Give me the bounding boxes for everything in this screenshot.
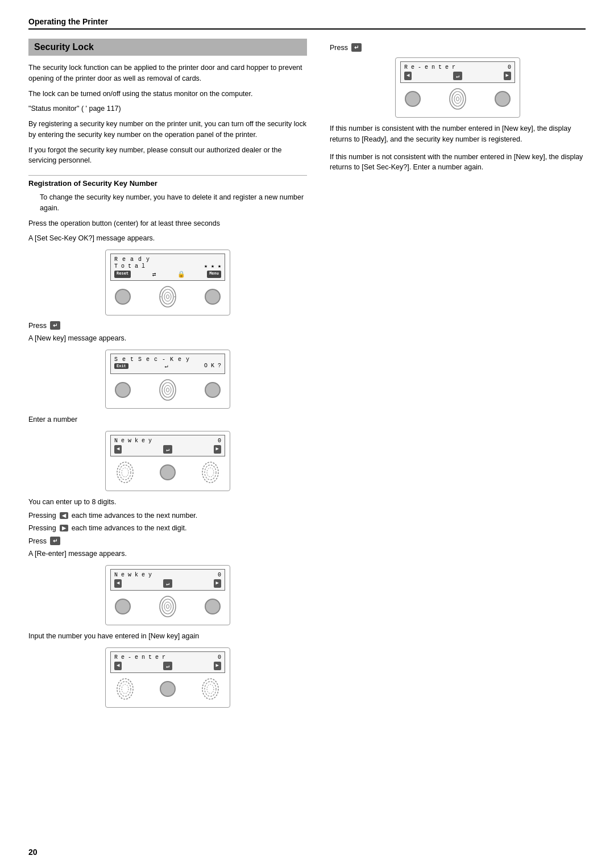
set-sec-key-line2: Exit ↵ O K ? bbox=[114, 363, 221, 369]
center-fingerprint-right bbox=[447, 86, 468, 111]
enter-number-label: Enter a number bbox=[28, 414, 307, 425]
new-key-message: A [New key] message appears. bbox=[28, 333, 307, 344]
para-5: If you forgot the security key number, p… bbox=[28, 145, 307, 167]
press-line-2: Press ↵ bbox=[28, 537, 307, 545]
pressing-label-2: Pressing bbox=[28, 524, 56, 532]
right-button bbox=[205, 289, 221, 305]
para-3: "Status monitor" ( ' page 117) bbox=[28, 103, 307, 114]
right-arrow-icon: ▶ bbox=[60, 525, 68, 531]
re-enter-display-bottom: R e - e n t e r 0 ◀ ↵ ▶ bbox=[110, 651, 225, 673]
right-btn-right bbox=[495, 91, 511, 107]
content-area: Security Lock The security lock function… bbox=[28, 39, 586, 713]
right-arrow-right: ▶ bbox=[504, 72, 511, 80]
re-enter-label-right: R e - e n t e r bbox=[404, 64, 455, 70]
new-key-panel-2: N e w k e y 0 ◀ ↵ ▶ bbox=[105, 565, 230, 625]
left-fingerprint bbox=[115, 460, 135, 485]
re-enter-display-right: R e - e n t e r 0 ◀ ↵ ▶ bbox=[400, 61, 515, 83]
left-arrow-btn-bottom: ◀ bbox=[114, 662, 122, 670]
right-fingerprint-bottom bbox=[200, 676, 221, 701]
left-column: Security Lock The security lock function… bbox=[28, 39, 324, 713]
new-key-number: 0 bbox=[218, 438, 221, 444]
set-sec-key-panel: S e t S e c - K e y Exit ↵ O K ? bbox=[105, 350, 230, 409]
svg-point-8 bbox=[164, 385, 171, 394]
right-press-label: Press bbox=[330, 44, 348, 52]
svg-point-19 bbox=[167, 605, 169, 609]
enter-icon-right: ↵ bbox=[453, 72, 462, 80]
enter-icon-4: ↵ bbox=[163, 579, 172, 588]
svg-point-21 bbox=[119, 682, 131, 696]
left-fingerprint-bottom bbox=[115, 676, 135, 701]
para-1: The security lock function can be applie… bbox=[28, 63, 307, 84]
lock-icon: 🔒 bbox=[177, 271, 185, 278]
re-enter-panel-right: R e - e n t e r 0 ◀ ↵ ▶ bbox=[395, 57, 520, 118]
top-bar: Operating the Printer bbox=[28, 17, 586, 30]
right-press-line: Press ↵ bbox=[330, 43, 586, 52]
set-sec-key-buttons bbox=[110, 377, 225, 402]
right-arrow-btn: ▶ bbox=[214, 445, 221, 454]
note-2: If this number is not consistent with th… bbox=[330, 152, 586, 173]
pressing-desc-1: each time advances to the next number. bbox=[72, 512, 198, 520]
ready-line2: T o t a l ★ ★ ★ bbox=[114, 263, 221, 269]
new-key-btn-row-2: ◀ ↵ ▶ bbox=[114, 579, 221, 588]
center-fingerprint bbox=[157, 284, 178, 309]
new-key-label-2: N e w k e y bbox=[114, 572, 152, 578]
svg-point-7 bbox=[162, 383, 173, 397]
para-4: By registering a security key number on … bbox=[28, 119, 307, 140]
left-arrow-btn: ◀ bbox=[114, 445, 122, 454]
pressing-line-2: Pressing ▶ each time advances to the nex… bbox=[28, 524, 307, 532]
right-arrow-btn-2: ▶ bbox=[214, 579, 221, 588]
page: Operating the Printer Security Lock The … bbox=[0, 0, 614, 868]
svg-point-15 bbox=[207, 468, 214, 477]
right-button-2 bbox=[205, 382, 221, 398]
page-section-title: Operating the Printer bbox=[28, 17, 108, 26]
right-button-4 bbox=[205, 599, 221, 614]
sub-para-2: Press the operation button (center) for … bbox=[28, 218, 307, 229]
exit-btn: Exit bbox=[114, 363, 128, 369]
re-enter-buttons-right bbox=[400, 86, 515, 111]
svg-point-1 bbox=[162, 289, 173, 304]
svg-point-29 bbox=[457, 97, 459, 101]
re-enter-btn-row-right: ◀ ↵ ▶ bbox=[404, 72, 511, 80]
left-button-4 bbox=[115, 599, 131, 614]
ready-buttons-row: Reset ⇄ 🔒 Menu bbox=[114, 271, 221, 278]
enter-icon-2: ↵ bbox=[50, 537, 60, 545]
para-2: The lock can be turned on/off using the … bbox=[28, 89, 307, 99]
new-key-btn-row: ◀ ↵ ▶ bbox=[114, 445, 221, 454]
section-title: Security Lock bbox=[28, 39, 307, 56]
svg-point-27 bbox=[452, 92, 463, 106]
svg-point-17 bbox=[162, 599, 173, 614]
svg-point-24 bbox=[205, 682, 216, 696]
reenter-message: A [Re-enter] message appears. bbox=[28, 549, 307, 559]
enter-icon-display: ↵ bbox=[164, 363, 168, 369]
page-number: 20 bbox=[28, 848, 38, 857]
right-fingerprint bbox=[200, 460, 221, 485]
center-button-3 bbox=[160, 464, 176, 480]
svg-point-11 bbox=[119, 465, 131, 480]
svg-point-2 bbox=[164, 292, 171, 301]
left-button bbox=[115, 289, 131, 305]
new-key-label: N e w k e y bbox=[114, 438, 152, 444]
center-button-bottom bbox=[160, 681, 176, 697]
new-key-panel-buttons-2 bbox=[110, 594, 225, 619]
set-sec-key-line1: S e t S e c - K e y bbox=[114, 356, 221, 363]
ready-total-label: T o t a l bbox=[114, 263, 145, 269]
re-enter-label-bottom: R e - e n t e r bbox=[114, 654, 165, 661]
new-key-number-2: 0 bbox=[218, 572, 221, 578]
sub-para-1: To change the security key number, you h… bbox=[40, 192, 307, 214]
svg-point-9 bbox=[167, 388, 169, 392]
left-arrow-icon: ◀ bbox=[60, 512, 68, 519]
re-enter-line1-right: R e - e n t e r 0 bbox=[404, 64, 511, 70]
re-enter-btn-row-bottom: ◀ ↵ ▶ bbox=[114, 662, 221, 670]
re-enter-panel-bottom: R e - e n t e r 0 ◀ ↵ ▶ bbox=[105, 647, 230, 708]
center-fingerprint-4 bbox=[157, 594, 178, 619]
re-enter-number-bottom: 0 bbox=[218, 654, 221, 661]
menu-btn: Menu bbox=[207, 271, 221, 278]
sub-heading: Registration of Security Key Number bbox=[28, 175, 307, 188]
ready-line1: R e a d y bbox=[114, 256, 221, 263]
digits-text: You can enter up to 8 digits. bbox=[28, 497, 307, 508]
note-1: If this number is consistent with the nu… bbox=[330, 123, 586, 145]
ready-panel: R e a d y T o t a l ★ ★ ★ Reset ⇄ 🔒 Menu bbox=[105, 250, 230, 315]
new-key-line1: N e w k e y 0 bbox=[114, 438, 221, 444]
re-enter-number-right: 0 bbox=[508, 64, 511, 70]
svg-point-12 bbox=[122, 468, 128, 477]
